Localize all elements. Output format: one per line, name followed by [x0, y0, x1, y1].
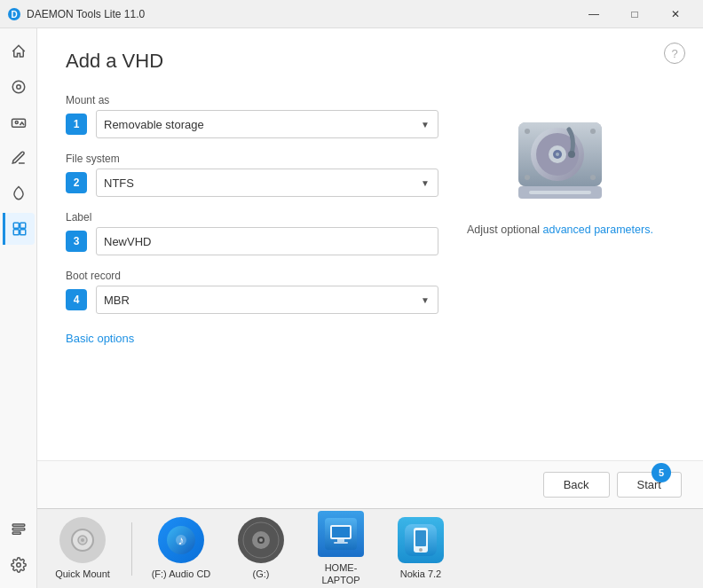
sidebar-item-create[interactable] [3, 213, 35, 245]
filesystem-select[interactable]: NTFS FAT32 exFAT [96, 169, 438, 197]
filesystem-label: File system [66, 153, 438, 165]
svg-point-4 [15, 122, 18, 124]
svg-rect-42 [334, 542, 348, 544]
sidebar [0, 28, 37, 588]
step3-row: 3 [66, 227, 438, 255]
step3-badge: 3 [66, 231, 87, 252]
step4-row: 4 MBR GPT None ▼ [66, 286, 438, 314]
boot-label: Boot record [66, 270, 438, 282]
svg-point-22 [590, 129, 596, 134]
label-label: Label [66, 211, 438, 223]
basic-options-row: Basic options [66, 332, 438, 345]
audio-cd-label: (F:) Audio CD [152, 568, 211, 580]
taskbar-item-nokia[interactable]: Nokia 7.2 [390, 517, 452, 580]
svg-rect-26 [529, 191, 591, 194]
basic-options-link[interactable]: Basic options [66, 332, 134, 345]
svg-point-36 [259, 538, 263, 542]
step1-badge: 1 [66, 114, 87, 135]
audio-cd-icon: ♪ [158, 517, 204, 563]
svg-rect-5 [13, 223, 19, 228]
app-icon: D [7, 7, 21, 21]
sidebar-item-settings[interactable] [3, 549, 35, 581]
svg-point-23 [525, 175, 530, 180]
svg-rect-8 [20, 230, 26, 235]
svg-rect-10 [12, 529, 25, 530]
app-body: ? Add a VHD Mount as 1 Removable storage [0, 28, 703, 588]
form-row-filesystem: File system 2 NTFS FAT32 exFAT ▼ [66, 153, 438, 197]
back-button[interactable]: Back [543, 472, 610, 498]
sidebar-item-catalog[interactable] [3, 514, 35, 545]
action-buttons: Back Start 5 [543, 472, 682, 498]
step1-row: 1 Removable storage Fixed disk ▼ [66, 110, 438, 138]
maximize-button[interactable]: □ [614, 0, 655, 28]
svg-rect-41 [337, 539, 344, 542]
boot-select-wrapper: MBR GPT None ▼ [96, 286, 438, 314]
form-left: Mount as 1 Removable storage Fixed disk … [66, 94, 438, 345]
title-bar: D DAEMON Tools Lite 11.0 — □ ✕ [0, 0, 703, 28]
nokia-label: Nokia 7.2 [400, 568, 441, 580]
taskbar-item-home-laptop[interactable]: HOME-LAPTOP [310, 511, 372, 585]
main-panel: ? Add a VHD Mount as 1 Removable storage [37, 28, 703, 460]
close-button[interactable]: ✕ [655, 0, 696, 28]
g-drive-label: (G:) [253, 568, 270, 580]
svg-point-20 [568, 151, 575, 158]
sidebar-item-edit[interactable] [3, 142, 35, 174]
svg-point-3 [16, 85, 20, 90]
step5-badge: 5 [652, 463, 671, 482]
mount-select[interactable]: Removable storage Fixed disk [96, 110, 438, 138]
sidebar-item-fire[interactable] [3, 177, 35, 209]
boot-select[interactable]: MBR GPT None [96, 286, 438, 314]
form-right: Adjust optional advanced parameters. [467, 94, 653, 345]
home-laptop-label: HOME-LAPTOP [321, 562, 359, 585]
svg-rect-9 [12, 524, 25, 526]
action-row: Back Start 5 [37, 460, 703, 508]
home-laptop-icon [318, 511, 364, 557]
svg-point-19 [556, 153, 559, 156]
minimize-button[interactable]: — [573, 0, 614, 28]
start-wrapper: Start 5 [617, 472, 682, 498]
svg-rect-11 [12, 532, 20, 534]
taskbar: Quick Mount [37, 508, 703, 588]
step2-badge: 2 [66, 172, 87, 193]
quick-mount-label: Quick Mount [55, 568, 110, 580]
step2-row: 2 NTFS FAT32 exFAT ▼ [66, 169, 438, 197]
form-area: Mount as 1 Removable storage Fixed disk … [66, 94, 675, 345]
taskbar-item-audio-cd[interactable]: ♪ (F:) Audio CD [150, 517, 212, 580]
step4-badge: 4 [66, 289, 87, 310]
page-title: Add a VHD [66, 50, 675, 73]
quick-mount-icon [59, 517, 106, 563]
label-input[interactable] [96, 227, 438, 255]
sidebar-item-home[interactable] [3, 35, 35, 67]
hdd-image [511, 112, 609, 209]
filesystem-select-wrapper: NTFS FAT32 exFAT ▼ [96, 169, 438, 197]
nokia-icon [398, 517, 444, 563]
taskbar-divider-1 [131, 522, 132, 576]
sidebar-bottom [3, 514, 35, 581]
svg-point-46 [419, 548, 423, 552]
app-title: DAEMON Tools Lite 11.0 [27, 8, 573, 20]
svg-point-12 [16, 563, 20, 568]
sidebar-item-disc[interactable] [3, 71, 35, 103]
advanced-params-link[interactable]: advanced parameters. [542, 223, 652, 236]
svg-rect-6 [20, 223, 26, 228]
form-row-mount: Mount as 1 Removable storage Fixed disk … [66, 94, 438, 138]
content-area: ? Add a VHD Mount as 1 Removable storage [37, 28, 703, 588]
form-row-label: Label 3 [66, 211, 438, 255]
taskbar-item-g-drive[interactable]: (G:) [230, 517, 292, 580]
start-button[interactable]: Start [617, 472, 682, 498]
g-drive-icon [238, 517, 284, 563]
svg-text:♪: ♪ [178, 533, 185, 547]
window-controls: — □ ✕ [573, 0, 696, 28]
form-row-boot: Boot record 4 MBR GPT None ▼ [66, 270, 438, 314]
svg-text:D: D [11, 10, 17, 20]
svg-rect-40 [332, 527, 350, 537]
svg-rect-45 [415, 530, 426, 546]
svg-point-2 [12, 81, 25, 93]
svg-rect-7 [13, 230, 19, 235]
svg-point-21 [525, 129, 530, 134]
advanced-link-text: Adjust optional advanced parameters. [467, 223, 653, 236]
taskbar-item-quick-mount[interactable]: Quick Mount [51, 517, 114, 580]
sidebar-item-image[interactable] [3, 106, 35, 138]
svg-point-29 [81, 538, 84, 542]
help-button[interactable]: ? [664, 43, 685, 64]
